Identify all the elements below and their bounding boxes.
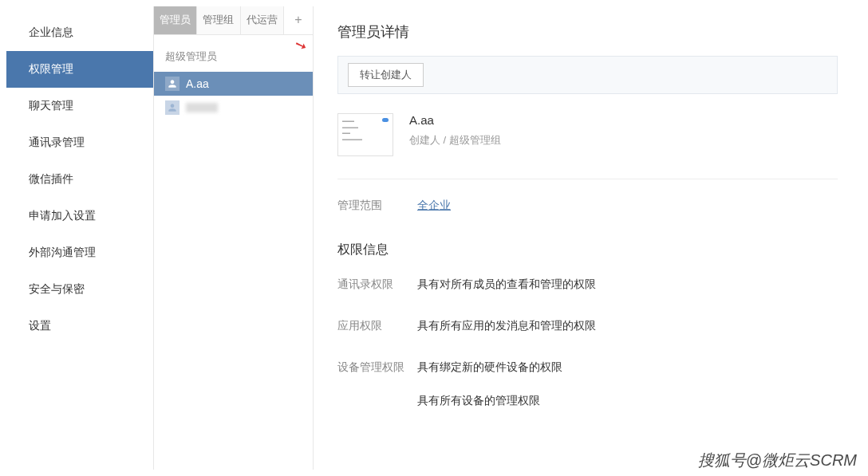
admin-list-item[interactable] — [154, 96, 313, 120]
sidebar-item-wechat-plugin[interactable]: 微信插件 — [6, 161, 153, 198]
sidebar-nav: 企业信息 权限管理 聊天管理 通讯录管理 微信插件 申请加入设置 外部沟通管理 … — [6, 6, 154, 470]
admin-tabs: 管理员 管理组 代运营 + — [154, 6, 313, 35]
perm-value: 具有对所有成员的查看和管理的权限 — [417, 277, 596, 292]
tab-agent-ops[interactable]: 代运营 — [241, 6, 284, 34]
sidebar-item-company-info[interactable]: 企业信息 — [6, 14, 153, 51]
profile-name: A.aa — [409, 113, 501, 127]
perm-value: 具有所有应用的发消息和管理的权限 — [417, 319, 596, 333]
perm-label: 通讯录权限 — [337, 277, 417, 292]
admin-name-blurred — [186, 103, 218, 112]
perm-value-line: 具有所有设备的管理权限 — [417, 394, 562, 408]
profile-role: 创建人 / 超级管理组 — [409, 133, 501, 148]
person-icon — [165, 77, 180, 91]
scope-label: 管理范围 — [337, 199, 417, 213]
sidebar-item-external-comm[interactable]: 外部沟通管理 — [6, 234, 153, 271]
detail-title: 管理员详情 — [337, 22, 838, 41]
admin-list-panel: 管理员 管理组 代运营 + ➘ 超级管理员 A.aa — [154, 6, 314, 470]
perm-value-multi: 具有绑定新的硬件设备的权限 具有所有设备的管理权限 — [417, 360, 562, 408]
scope-value[interactable]: 全企业 — [417, 199, 451, 213]
perm-label: 设备管理权限 — [337, 360, 417, 408]
sidebar-item-join-request[interactable]: 申请加入设置 — [6, 198, 153, 234]
person-icon — [165, 100, 180, 115]
sidebar-item-contacts-mgmt[interactable]: 通讯录管理 — [6, 124, 153, 161]
tab-admin[interactable]: 管理员 — [154, 6, 197, 34]
perm-value-line: 具有绑定新的硬件设备的权限 — [417, 360, 562, 375]
sidebar-item-security[interactable]: 安全与保密 — [6, 271, 153, 308]
admin-group-header: 超级管理员 — [154, 35, 313, 72]
permission-section-title: 权限信息 — [337, 242, 838, 258]
sidebar-item-permission-mgmt[interactable]: 权限管理 — [6, 51, 153, 88]
transfer-creator-button[interactable]: 转让创建人 — [348, 63, 424, 87]
action-bar: 转让创建人 — [337, 56, 838, 94]
profile-card-thumbnail: ▬▬▬▬▬▬▬▬▬▬▬▬▬▬ — [337, 113, 393, 156]
admin-name: A.aa — [186, 77, 209, 90]
detail-panel: 管理员详情 转让创建人 ▬▬▬▬▬▬▬▬▬▬▬▬▬▬ A.aa 创建人 / 超级… — [314, 6, 862, 470]
perm-label: 应用权限 — [337, 319, 417, 333]
sidebar-item-settings[interactable]: 设置 — [6, 308, 153, 344]
tab-admin-group[interactable]: 管理组 — [197, 6, 240, 34]
sidebar-item-chat-mgmt[interactable]: 聊天管理 — [6, 88, 153, 124]
add-tab-button[interactable]: + — [284, 6, 313, 34]
profile-section: ▬▬▬▬▬▬▬▬▬▬▬▬▬▬ A.aa 创建人 / 超级管理组 — [337, 113, 838, 179]
admin-list-item[interactable]: A.aa — [154, 72, 313, 96]
